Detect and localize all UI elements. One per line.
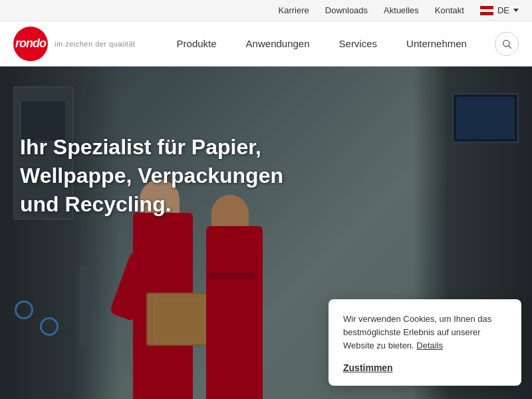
chevron-down-icon xyxy=(513,9,519,12)
main-navigation: rondo im zeichen der qualität Produkte A… xyxy=(0,21,532,66)
language-switcher[interactable]: DE xyxy=(480,5,519,15)
cookie-banner: Wir verwenden Cookies, um Ihnen das best… xyxy=(329,299,521,386)
nav-unternehmen[interactable]: Unternehmen xyxy=(392,38,481,49)
logo-tagline: im zeichen der qualität xyxy=(55,40,136,48)
logo-area[interactable]: rondo im zeichen der qualität xyxy=(13,27,136,61)
nav-anwendungen[interactable]: Anwendungen xyxy=(231,38,325,49)
austria-flag-icon xyxy=(480,6,493,15)
search-icon xyxy=(501,39,512,49)
logo-circle: rondo xyxy=(13,27,48,61)
nav-services[interactable]: Services xyxy=(325,38,392,49)
karriere-link[interactable]: Karriere xyxy=(279,5,309,15)
logo-text: rondo xyxy=(15,37,46,51)
downloads-link[interactable]: Downloads xyxy=(325,5,368,15)
kontakt-link[interactable]: Kontakt xyxy=(435,5,464,15)
cookie-text: Wir verwenden Cookies, um Ihnen das best… xyxy=(343,313,507,352)
nav-links: Produkte Anwendungen Services Unternehme… xyxy=(162,38,495,49)
hero-section: Ihr Spezialist für Papier, Wellpappe, Ve… xyxy=(0,66,532,399)
svg-point-0 xyxy=(503,40,509,46)
language-label: DE xyxy=(497,5,509,15)
svg-line-1 xyxy=(509,46,511,49)
hero-text-area: Ihr Spezialist für Papier, Wellpappe, Ve… xyxy=(20,133,299,219)
hero-headline: Ihr Spezialist für Papier, Wellpappe, Ve… xyxy=(20,133,299,219)
top-bar: Karriere Downloads Aktuelles Kontakt DE xyxy=(0,0,532,21)
nav-produkte[interactable]: Produkte xyxy=(162,38,231,49)
cookie-consent-button[interactable]: Zustimmen xyxy=(343,362,393,373)
cookie-details-link[interactable]: Details xyxy=(416,340,443,350)
aktuelles-link[interactable]: Aktuelles xyxy=(384,5,419,15)
search-button[interactable] xyxy=(495,32,519,56)
